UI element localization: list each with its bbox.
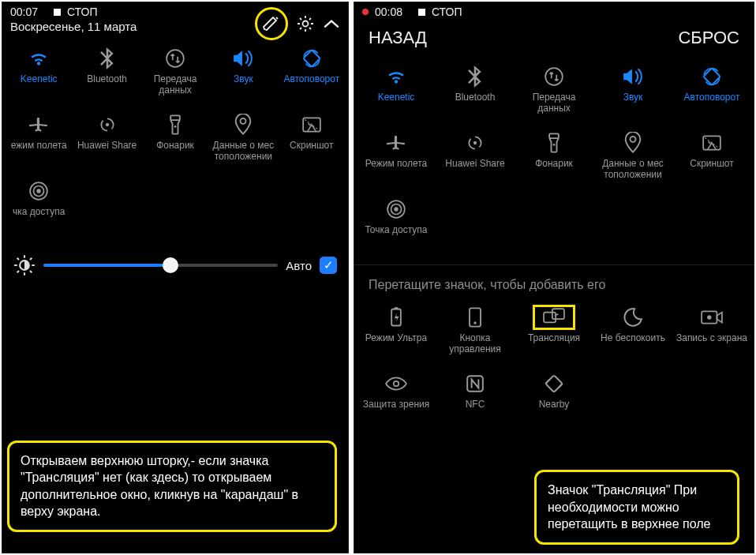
tile-label: Точка доступа bbox=[365, 225, 427, 236]
pencil-icon[interactable] bbox=[262, 14, 281, 33]
tile-autorotate[interactable]: Автоповорот bbox=[673, 61, 750, 124]
tile-wifi[interactable]: Keenetic bbox=[6, 43, 72, 106]
tile-bluetooth[interactable]: Bluetooth bbox=[73, 43, 140, 106]
data-transfer-icon bbox=[165, 46, 185, 71]
tile-label: Bluetooth bbox=[87, 74, 127, 85]
brightness-slider[interactable] bbox=[43, 264, 278, 267]
tile-label: Защита зрения bbox=[363, 399, 430, 411]
tile-label: Кнопка управления bbox=[438, 333, 512, 355]
sound-icon bbox=[622, 64, 644, 89]
tile-hotspot[interactable]: Точка доступа bbox=[357, 193, 435, 257]
airplane-icon bbox=[28, 112, 49, 137]
callout-text: Открываем верхнюю шторку,- если значка "… bbox=[21, 454, 298, 519]
svg-rect-4 bbox=[170, 115, 180, 120]
callout-text: Значок "Трансляция" При необходимости мо… bbox=[548, 483, 711, 531]
status-time: 00:08 bbox=[375, 6, 402, 18]
nav-button-icon bbox=[467, 305, 483, 330]
airplane-icon bbox=[386, 130, 406, 156]
tile-label: Bluetooth bbox=[455, 92, 496, 103]
left-screenshot: 00:07 СТОП Воскресенье, 11 марта Keeneti… bbox=[2, 2, 349, 553]
edit-tiles-highlight bbox=[255, 7, 288, 40]
tile-airplane[interactable]: ежим полета bbox=[6, 109, 72, 172]
tile-label: Скриншот bbox=[690, 159, 733, 170]
tile-airplane[interactable]: Режим полета bbox=[357, 127, 435, 190]
tile-screenshot[interactable]: Скриншот bbox=[279, 109, 345, 172]
tile-eye-comfort[interactable]: Защита зрения bbox=[357, 368, 435, 431]
tile-ultra-battery[interactable]: Режим Ультра bbox=[357, 302, 435, 365]
auto-brightness-checkbox[interactable]: ✓ bbox=[320, 257, 337, 274]
edit-nav-row: НАЗАД СБРОС bbox=[354, 20, 754, 56]
tile-bluetooth[interactable]: Bluetooth bbox=[436, 61, 514, 124]
wifi-icon bbox=[28, 46, 49, 71]
tile-wifi[interactable]: Keenetic bbox=[357, 61, 435, 124]
tile-label: Keenetic bbox=[21, 74, 58, 85]
tile-label: ежим полета bbox=[11, 141, 67, 152]
svg-point-1 bbox=[167, 50, 184, 67]
svg-rect-27 bbox=[552, 309, 564, 319]
hotspot-icon bbox=[28, 178, 49, 204]
stop-label: СТОП bbox=[67, 6, 98, 18]
hotspot-icon bbox=[386, 197, 406, 222]
svg-point-16 bbox=[553, 144, 556, 146]
tile-screenshot[interactable]: Скриншот bbox=[673, 127, 750, 190]
tile-location[interactable]: Данные о мес тоположении bbox=[594, 127, 672, 190]
tile-data-transfer[interactable]: Передача данных bbox=[515, 61, 593, 124]
tile-data-transfer[interactable]: Передача данных bbox=[142, 43, 208, 106]
data-transfer-icon bbox=[544, 64, 564, 89]
tile-flashlight[interactable]: Фонарик bbox=[515, 127, 593, 190]
autorotate-icon bbox=[702, 64, 722, 89]
stop-indicator-icon bbox=[418, 9, 425, 16]
tile-huawei-share[interactable]: Huawei Share bbox=[73, 109, 140, 172]
huawei-share-icon bbox=[97, 112, 118, 137]
tile-flashlight[interactable]: Фонарик bbox=[142, 109, 208, 172]
tile-hotspot[interactable]: чка доступа bbox=[6, 175, 72, 238]
tile-sound[interactable]: Звук bbox=[210, 43, 276, 106]
tile-label: Запись с экрана bbox=[676, 333, 747, 344]
tile-screen-record[interactable]: Запись с экрана bbox=[673, 302, 750, 365]
svg-point-6 bbox=[241, 118, 246, 124]
svg-point-8 bbox=[36, 189, 40, 193]
tile-label: Nearby bbox=[539, 399, 570, 411]
svg-point-0 bbox=[303, 21, 309, 27]
screen-record-icon bbox=[701, 305, 723, 330]
tile-label: Данные о мес тоположении bbox=[211, 141, 275, 163]
drag-hint: Перетащите значок, чтобы добавить его bbox=[354, 268, 754, 297]
bluetooth-icon bbox=[99, 46, 115, 71]
svg-point-30 bbox=[394, 381, 399, 386]
gear-icon[interactable] bbox=[296, 14, 315, 33]
tile-location[interactable]: Данные о мес тоположении bbox=[210, 109, 276, 172]
svg-rect-32 bbox=[545, 375, 562, 392]
nfc-icon bbox=[466, 371, 485, 396]
extra-tiles-right: Режим УльтраКнопка управленияТрансляцияН… bbox=[354, 297, 754, 436]
annotation-callout-right: Значок "Трансляция" При необходимости мо… bbox=[534, 470, 739, 545]
chevron-up-icon[interactable] bbox=[323, 18, 340, 29]
tile-dnd[interactable]: Не беспокоить bbox=[594, 302, 672, 365]
svg-point-25 bbox=[473, 321, 477, 324]
bluetooth-icon bbox=[467, 64, 483, 89]
tile-nav-button[interactable]: Кнопка управления bbox=[436, 302, 514, 365]
record-indicator-icon bbox=[362, 9, 369, 15]
stop-label: СТОП bbox=[432, 6, 462, 18]
tile-label: Автоповорот bbox=[684, 92, 740, 103]
huawei-share-icon bbox=[465, 130, 485, 156]
ultra-battery-icon bbox=[388, 305, 404, 330]
tile-label: Автоповорот bbox=[283, 74, 339, 85]
tile-nearby[interactable]: Nearby bbox=[515, 368, 593, 431]
tile-nfc[interactable]: NFC bbox=[436, 368, 514, 431]
reset-button[interactable]: СБРОС bbox=[678, 28, 739, 48]
back-button[interactable]: НАЗАД bbox=[369, 28, 427, 48]
tile-cast[interactable]: Трансляция bbox=[515, 302, 593, 365]
quick-tiles-right: KeeneticBluetoothПередача данныхЗвукАвто… bbox=[354, 56, 754, 261]
tile-huawei-share[interactable]: Huawei Share bbox=[436, 127, 514, 190]
tile-label: Не беспокоить bbox=[601, 333, 665, 344]
tile-label: Звук bbox=[234, 74, 253, 85]
location-icon bbox=[234, 112, 252, 137]
status-time: 00:07 bbox=[10, 6, 38, 18]
tile-sound[interactable]: Звук bbox=[594, 61, 672, 124]
sound-icon bbox=[232, 46, 254, 71]
tile-autorotate[interactable]: Автоповорот bbox=[279, 43, 345, 106]
svg-rect-26 bbox=[544, 313, 556, 323]
screenshot-icon bbox=[702, 130, 722, 156]
flashlight-icon bbox=[167, 112, 183, 137]
svg-point-29 bbox=[707, 315, 711, 319]
